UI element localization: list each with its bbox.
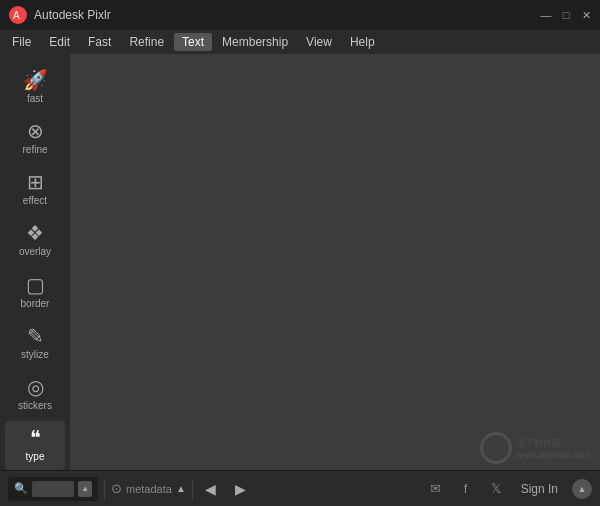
- menu-bar: FileEditFastRefineTextMembershipViewHelp: [0, 30, 600, 54]
- menu-item-text[interactable]: Text: [174, 33, 212, 51]
- separator-2: [192, 479, 193, 499]
- stickers-icon: ◎: [27, 377, 44, 397]
- sidebar-label-border: border: [21, 298, 50, 309]
- fast-icon: 🚀: [23, 70, 48, 90]
- upload-arrow-icon[interactable]: ▲: [176, 483, 186, 494]
- type-icon: ❝: [30, 428, 41, 448]
- bottom-right: ✉ f 𝕏 Sign In ▲: [425, 478, 592, 500]
- menu-item-fast[interactable]: Fast: [80, 33, 119, 51]
- sidebar-item-border[interactable]: ▢border: [5, 267, 65, 316]
- search-box: 🔍 ▲: [8, 477, 98, 501]
- twitter-icon[interactable]: 𝕏: [485, 478, 507, 500]
- sidebar-label-refine: refine: [22, 144, 47, 155]
- app-title: Autodesk Pixlr: [34, 8, 111, 22]
- sidebar-label-overlay: overlay: [19, 246, 51, 257]
- sidebar: 🚀fast⊗refine⊞effect❖overlay▢border✎styli…: [0, 54, 70, 470]
- menu-item-membership[interactable]: Membership: [214, 33, 296, 51]
- svg-text:A: A: [13, 10, 20, 21]
- metadata-label: metadata: [126, 483, 172, 495]
- separator-1: [104, 479, 105, 499]
- refine-icon: ⊗: [27, 121, 44, 141]
- search-dropdown-arrow[interactable]: ▲: [78, 481, 92, 497]
- menu-item-view[interactable]: View: [298, 33, 340, 51]
- title-bar: A Autodesk Pixlr — □ ✕: [0, 0, 600, 30]
- search-icon: 🔍: [14, 482, 28, 495]
- prev-button[interactable]: ◀: [199, 477, 223, 501]
- sidebar-item-stylize[interactable]: ✎stylize: [5, 318, 65, 367]
- menu-item-edit[interactable]: Edit: [41, 33, 78, 51]
- metadata-area: ⊙ metadata ▲: [111, 481, 186, 496]
- sidebar-item-fast[interactable]: 🚀fast: [5, 62, 65, 111]
- sidebar-item-refine[interactable]: ⊗refine: [5, 113, 65, 162]
- email-icon[interactable]: ✉: [425, 478, 447, 500]
- search-input[interactable]: [32, 481, 74, 497]
- main-layout: 🚀fast⊗refine⊞effect❖overlay▢border✎styli…: [0, 54, 600, 470]
- sidebar-item-effect[interactable]: ⊞effect: [5, 165, 65, 214]
- title-bar-controls: — □ ✕: [540, 9, 592, 21]
- sidebar-label-stylize: stylize: [21, 349, 49, 360]
- menu-item-file[interactable]: File: [4, 33, 39, 51]
- facebook-icon[interactable]: f: [455, 478, 477, 500]
- effect-icon: ⊞: [27, 172, 44, 192]
- expand-button[interactable]: ▲: [572, 479, 592, 499]
- bottom-bar: 🔍 ▲ ⊙ metadata ▲ ◀ ▶ ✉ f 𝕏 Sign In ▲: [0, 470, 600, 506]
- maximize-button[interactable]: □: [560, 9, 572, 21]
- sidebar-label-effect: effect: [23, 195, 47, 206]
- menu-item-help[interactable]: Help: [342, 33, 383, 51]
- title-bar-left: A Autodesk Pixlr: [8, 5, 111, 25]
- sidebar-label-stickers: stickers: [18, 400, 52, 411]
- minimize-button[interactable]: —: [540, 9, 552, 21]
- sidebar-item-type[interactable]: ❝type: [5, 421, 65, 470]
- menu-item-refine[interactable]: Refine: [121, 33, 172, 51]
- canvas-area: [70, 54, 600, 470]
- overlay-icon: ❖: [26, 223, 44, 243]
- sidebar-label-type: type: [26, 451, 45, 462]
- sidebar-label-fast: fast: [27, 93, 43, 104]
- sidebar-item-overlay[interactable]: ❖overlay: [5, 216, 65, 265]
- sign-in-button[interactable]: Sign In: [515, 479, 564, 499]
- stylize-icon: ✎: [27, 326, 44, 346]
- metadata-icon: ⊙: [111, 481, 122, 496]
- app-logo-icon: A: [8, 5, 28, 25]
- border-icon: ▢: [26, 275, 45, 295]
- next-button[interactable]: ▶: [229, 477, 253, 501]
- close-button[interactable]: ✕: [580, 9, 592, 21]
- sidebar-item-stickers[interactable]: ◎stickers: [5, 370, 65, 419]
